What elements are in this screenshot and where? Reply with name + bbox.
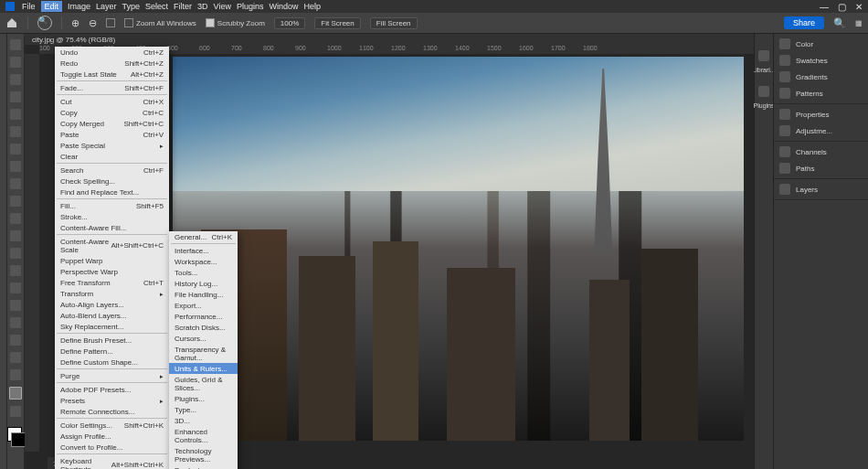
dodge-tool[interactable] [10,282,21,293]
menu-item-fade-[interactable]: Fade...Shift+Ctrl+F [55,82,169,93]
menu-item-adobe-pdf-presets-[interactable]: Adobe PDF Presets... [55,384,169,395]
menu-item-toggle-last-state[interactable]: Toggle Last StateAlt+Ctrl+Z [55,69,169,80]
marquee-tool[interactable] [10,57,21,68]
menu-layer[interactable]: Layer [96,2,117,11]
minimize-icon[interactable]: — [820,2,829,12]
eraser-tool[interactable] [10,230,21,241]
menu-edit[interactable]: Edit [41,1,63,12]
pref-item-file-handling-[interactable]: File Handling... [169,289,238,300]
close-icon[interactable]: ✕ [855,2,863,12]
menu-item-find-and-replace-text-[interactable]: Find and Replace Text... [55,187,169,197]
pref-item-enhanced-controls-[interactable]: Enhanced Controls... [169,426,238,445]
pref-item-plugins-[interactable]: Plugins... [169,393,238,404]
fill-screen-button[interactable]: Fill Screen [370,17,418,29]
panel-properties[interactable]: Properties [774,106,868,123]
menu-item-remote-connections-[interactable]: Remote Connections... [55,406,169,417]
menu-item-define-custom-shape-[interactable]: Define Custom Shape... [55,357,169,368]
menu-item-undo[interactable]: UndoCtrl+Z [55,47,169,58]
panel-paths[interactable]: Paths [774,160,868,176]
workspace-icon[interactable]: ▦ [855,19,863,27]
pref-item-workspace-[interactable]: Workspace... [169,256,238,267]
menu-item-presets[interactable]: Presets▸ [55,395,169,406]
menu-item-clear[interactable]: Clear [55,151,169,162]
menu-item-sky-replacement-[interactable]: Sky Replacement... [55,321,169,332]
panel-patterns[interactable]: Patterns [774,85,868,101]
menu-item-define-pattern-[interactable]: Define Pattern... [55,346,169,357]
menu-help[interactable]: Help [304,2,322,11]
resize-windows-checkbox[interactable] [106,18,115,27]
zoom-out-icon[interactable]: ⊖ [89,17,97,29]
doc-tab[interactable]: city.jpg @ 75.4% (RGB/8) [25,34,754,45]
panel-gradients[interactable]: Gradients [774,69,868,85]
menu-item-paste-special[interactable]: Paste Special▸ [55,140,169,151]
menu-plugins[interactable]: Plugins [237,2,264,11]
pref-item-guides-grid-slices-[interactable]: Guides, Grid & Slices... [169,374,238,393]
hand-tool[interactable] [10,369,21,380]
menu-file[interactable]: File [22,2,36,11]
pref-item-general-[interactable]: General...Ctrl+K [169,231,238,242]
type-tool[interactable] [10,317,21,328]
menu-item-copy-merged[interactable]: Copy MergedShift+Ctrl+C [55,118,169,129]
menu-type[interactable]: Type [122,2,141,11]
edit-toolbar-tool[interactable] [10,406,21,417]
pref-item-tools-[interactable]: Tools... [169,267,238,278]
menu-item-content-aware-fill-[interactable]: Content-Aware Fill... [55,222,169,233]
menu-item-purge[interactable]: Purge▸ [55,370,169,381]
menu-view[interactable]: View [214,2,231,11]
menu-item-copy[interactable]: CopyCtrl+C [55,107,169,118]
zoom-tool-icon[interactable]: 🔍 [37,16,52,30]
menu-item-fill-[interactable]: Fill...Shift+F5 [55,200,169,211]
brush-tool[interactable] [10,178,21,189]
path-tool[interactable] [10,335,21,346]
pref-item-type-[interactable]: Type... [169,404,238,415]
menu-item-define-brush-preset-[interactable]: Define Brush Preset... [55,335,169,346]
history-tool[interactable] [10,213,21,224]
zoom-all-checkbox[interactable]: Zoom All Windows [124,18,196,27]
wand-tool[interactable] [10,91,21,102]
eyedropper-tool[interactable] [10,144,21,155]
menu-item-check-spelling-[interactable]: Check Spelling... [55,176,169,187]
panel-channels[interactable]: Channels [774,144,868,160]
heal-tool[interactable] [10,161,21,172]
menu-item-free-transform[interactable]: Free TransformCtrl+T [55,277,169,288]
scrubby-zoom-checkbox[interactable]: Scrubby Zoom [206,18,265,27]
rect-tool[interactable] [10,352,21,363]
menu-item-perspective-warp[interactable]: Perspective Warp [55,266,169,277]
menu-filter[interactable]: Filter [174,2,192,11]
menu-window[interactable]: Window [270,2,299,11]
pref-item-transparency-gamut-[interactable]: Transparency & Gamut... [169,344,238,363]
search-icon[interactable]: 🔍 [833,17,846,29]
menu-item-assign-profile-[interactable]: Assign Profile... [55,431,169,442]
menu-3d[interactable]: 3D [197,2,208,11]
crop-tool[interactable] [10,109,21,120]
menu-item-search[interactable]: SearchCtrl+F [55,165,169,176]
pref-item-history-log-[interactable]: History Log... [169,278,238,289]
zoom-100-button[interactable]: 100% [274,17,305,29]
stamp-tool[interactable] [10,196,21,207]
fit-screen-button[interactable]: Fit Screen [314,17,360,29]
menu-item-content-aware-scale[interactable]: Content-Aware ScaleAlt+Shift+Ctrl+C [55,236,169,255]
panel-adjustme-[interactable]: Adjustme... [774,123,868,139]
menu-item-stroke-[interactable]: Stroke... [55,211,169,222]
share-button[interactable]: Share [784,16,824,29]
pref-item-scratch-disks-[interactable]: Scratch Disks... [169,322,238,333]
restore-icon[interactable]: ▢ [838,2,846,12]
pref-item-interface-[interactable]: Interface... [169,245,238,256]
menu-item-auto-blend-layers-[interactable]: Auto-Blend Layers... [55,310,169,321]
panel-layers[interactable]: Layers [774,181,868,197]
pref-item-export-[interactable]: Export... [169,300,238,311]
menu-select[interactable]: Select [145,2,168,11]
lasso-tool[interactable] [10,74,21,85]
menu-item-transform[interactable]: Transform▸ [55,288,169,299]
pref-item--d-[interactable]: 3D... [169,415,238,426]
menu-item-paste[interactable]: PasteCtrl+V [55,129,169,140]
pref-item-technology-previews-[interactable]: Technology Previews... [169,445,238,464]
home-icon[interactable] [5,16,18,29]
menu-item-cut[interactable]: CutCtrl+X [55,96,169,107]
panel-swatches[interactable]: Swatches [774,52,868,69]
canvas[interactable] [173,57,744,441]
blur-tool[interactable] [10,265,21,276]
pref-item-performance-[interactable]: Performance... [169,311,238,322]
menu-item-puppet-warp[interactable]: Puppet Warp [55,255,169,266]
background-swatch[interactable] [11,432,26,447]
